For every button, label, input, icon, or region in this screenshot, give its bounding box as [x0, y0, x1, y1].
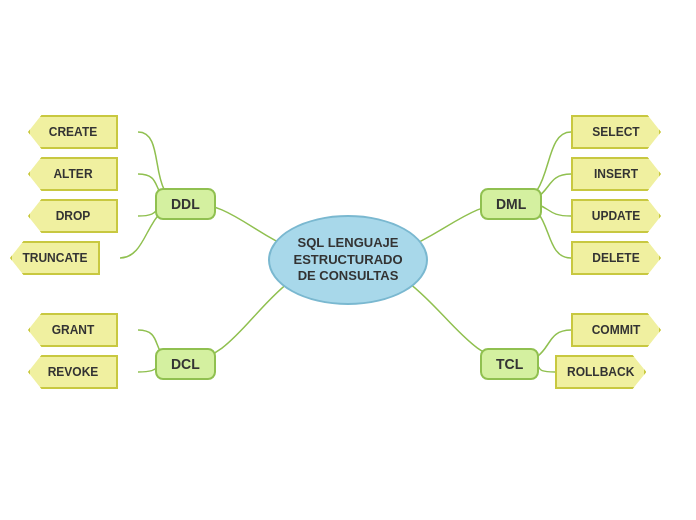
center-line1: SQL LENGUAJE [298, 235, 399, 250]
leaf-rollback: ROLLBACK [555, 355, 646, 389]
center-line2: ESTRUCTURADO [293, 252, 402, 267]
leaf-alter: ALTER [28, 157, 118, 191]
leaf-select: SELECT [571, 115, 661, 149]
leaf-grant: GRANT [28, 313, 118, 347]
leaf-revoke: REVOKE [28, 355, 118, 389]
leaf-drop: DROP [28, 199, 118, 233]
mid-node-dml: DML [480, 188, 542, 220]
center-line3: DE CONSULTAS [298, 268, 399, 283]
leaf-commit: COMMIT [571, 313, 661, 347]
mid-node-ddl: DDL [155, 188, 216, 220]
leaf-delete: DELETE [571, 241, 661, 275]
center-node: SQL LENGUAJE ESTRUCTURADO DE CONSULTAS [268, 215, 428, 305]
mid-node-tcl: TCL [480, 348, 539, 380]
mid-node-dcl: DCL [155, 348, 216, 380]
leaf-truncate: TRUNCATE [10, 241, 100, 275]
leaf-create: CREATE [28, 115, 118, 149]
leaf-insert: INSERT [571, 157, 661, 191]
leaf-update: UPDATE [571, 199, 661, 233]
